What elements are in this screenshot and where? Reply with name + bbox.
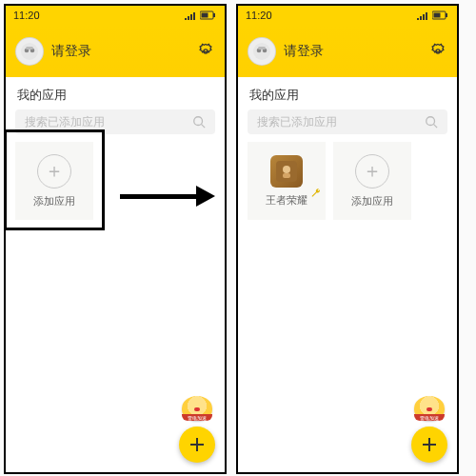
settings-button[interactable] (428, 42, 447, 61)
status-bar: 11:20 (238, 6, 457, 25)
fab-add-button[interactable] (179, 426, 215, 463)
svg-rect-1 (213, 13, 215, 17)
fab-add-button[interactable] (411, 426, 447, 463)
signal-icon (185, 10, 196, 20)
mascot-band: 雷电加速 (414, 414, 445, 421)
svg-point-18 (426, 117, 435, 126)
svg-point-3 (21, 43, 38, 60)
user-block[interactable]: 请登录 (248, 37, 324, 66)
svg-point-13 (253, 43, 270, 60)
status-indicators (185, 10, 217, 20)
app-header: 请登录 (6, 25, 225, 77)
battery-icon (432, 10, 449, 20)
status-indicators (417, 10, 449, 20)
avatar (248, 37, 276, 66)
search-icon (425, 115, 438, 129)
app-header: 请登录 (238, 25, 457, 77)
wrench-icon (310, 188, 322, 199)
svg-line-9 (202, 125, 206, 129)
app-tile-wangzhe[interactable]: 王者荣耀 (248, 142, 326, 220)
user-block[interactable]: 请登录 (15, 37, 91, 66)
app-icon (270, 155, 303, 188)
plus-icon (420, 435, 439, 454)
svg-point-17 (436, 49, 440, 52)
section-title: 我的应用 (6, 77, 225, 109)
app-label: 王者荣耀 (266, 193, 307, 208)
svg-rect-6 (26, 47, 33, 50)
search-placeholder: 搜索已添加应用 (257, 114, 337, 130)
svg-rect-11 (446, 13, 447, 17)
tutorial-arrow-icon (120, 187, 215, 206)
add-app-tile[interactable]: ＋ 添加应用 (15, 142, 93, 220)
plus-icon: ＋ (355, 154, 389, 188)
svg-rect-22 (283, 173, 290, 178)
svg-rect-12 (434, 13, 441, 18)
svg-point-7 (204, 49, 208, 52)
plus-icon: ＋ (37, 154, 71, 188)
settings-button[interactable] (196, 42, 215, 61)
svg-rect-2 (202, 13, 208, 18)
mascot-band: 雷电加速 (182, 414, 212, 421)
search-input[interactable]: 搜索已添加应用 (248, 109, 447, 134)
svg-point-8 (194, 117, 203, 126)
add-app-label: 添加应用 (351, 194, 393, 208)
status-time: 11:20 (13, 10, 40, 21)
plus-icon (188, 435, 207, 454)
svg-rect-16 (258, 47, 266, 50)
status-time: 11:20 (246, 10, 272, 21)
search-input[interactable]: 搜索已添加应用 (15, 109, 215, 134)
phone-after: 11:20 请登录 我的应用 搜索已添加应用 (236, 4, 459, 474)
status-bar: 11:20 (6, 6, 225, 25)
search-icon (192, 115, 206, 129)
search-placeholder: 搜索已添加应用 (25, 114, 105, 130)
app-grid: ＋ 添加应用 (6, 142, 225, 220)
login-text: 请登录 (284, 43, 324, 60)
login-text: 请登录 (51, 43, 91, 60)
section-title: 我的应用 (238, 77, 457, 109)
signal-icon (417, 10, 428, 20)
avatar (15, 37, 44, 66)
svg-line-19 (434, 125, 438, 129)
phone-before: 11:20 请登录 我的应用 搜索已添加应用 ＋ (4, 4, 227, 474)
app-grid: 王者荣耀 ＋ 添加应用 (238, 142, 457, 220)
add-app-tile[interactable]: ＋ 添加应用 (333, 142, 411, 220)
svg-point-21 (283, 166, 290, 173)
add-app-label: 添加应用 (33, 194, 75, 208)
mascot-icon[interactable]: 雷电加速 (182, 396, 212, 421)
mascot-icon[interactable]: 雷电加速 (414, 396, 445, 421)
battery-icon (200, 10, 217, 20)
